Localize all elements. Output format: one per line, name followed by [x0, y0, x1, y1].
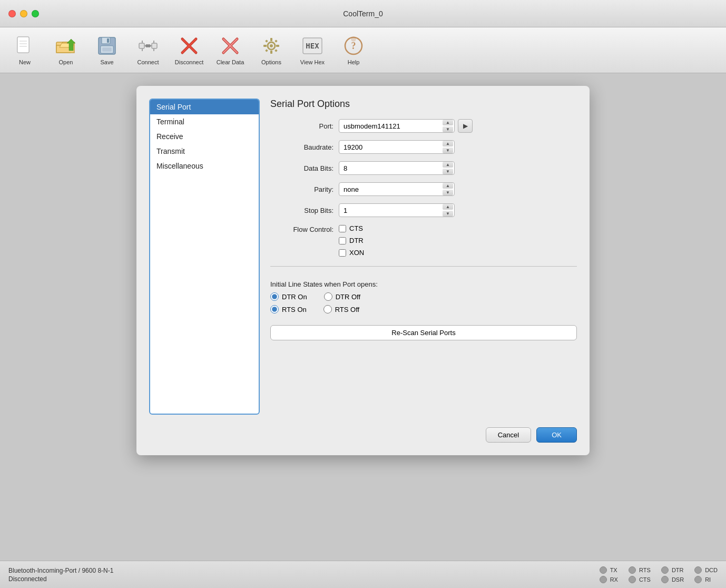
port-select[interactable]: usbmodem141121: [339, 119, 455, 133]
xon-label: XON: [349, 249, 364, 257]
clear-data-label: Clear Data: [217, 59, 244, 65]
rescan-button[interactable]: Re-Scan Serial Ports: [270, 325, 577, 340]
options-button[interactable]: Options: [252, 31, 291, 70]
settings-title: Serial Port Options: [270, 99, 577, 110]
xon-row[interactable]: XON: [339, 249, 364, 257]
baudrate-select[interactable]: 9600 19200 38400 57600 115200: [339, 140, 455, 154]
status-left: Bluetooth-Incoming-Port / 9600 8-N-1 Dis…: [8, 567, 113, 583]
dtr-radio-row: DTR On DTR Off: [270, 292, 577, 301]
port-label: Port:: [270, 122, 333, 130]
rx-indicator: RX: [600, 576, 618, 583]
dtr-on-radio-label[interactable]: DTR On: [270, 292, 307, 301]
cts-checkbox[interactable]: [339, 225, 346, 232]
maximize-button[interactable]: [32, 10, 39, 17]
options-label: Options: [261, 59, 281, 65]
help-button[interactable]: ? Help: [334, 31, 373, 70]
parity-row: Parity: noneoddevenmarkspace ▲ ▼: [270, 182, 577, 196]
rts-on-radio[interactable]: [270, 305, 279, 313]
sidebar-item-transmit[interactable]: Transmit: [150, 144, 259, 159]
disconnect-button[interactable]: Disconnect: [170, 31, 209, 70]
databits-select[interactable]: 5678: [339, 161, 455, 175]
open-label: Open: [59, 59, 73, 65]
dtr-checkbox[interactable]: [339, 237, 346, 244]
svg-rect-38: [265, 49, 268, 52]
save-button[interactable]: Save: [87, 31, 126, 70]
baudrate-label: Baudrate:: [270, 143, 333, 151]
tx-light: [600, 566, 607, 574]
connect-button[interactable]: Connect: [129, 31, 168, 70]
close-button[interactable]: [8, 10, 16, 17]
rts-on-label: RTS On: [282, 306, 307, 313]
dtr-row[interactable]: DTR: [339, 237, 364, 244]
options-dialog: Serial Port Terminal Receive Transmit Mi…: [136, 86, 590, 455]
rts-on-radio-label[interactable]: RTS On: [270, 305, 307, 313]
flow-checkboxes: CTS DTR XON: [339, 224, 364, 257]
disconnect-icon: [178, 35, 200, 57]
rx-light: [600, 576, 607, 583]
rx-label: RX: [610, 576, 618, 583]
dtr-on-radio[interactable]: [270, 292, 279, 301]
dtr-light: [661, 566, 669, 574]
dtr-off-radio-label[interactable]: DTR Off: [324, 292, 360, 301]
save-icon: [96, 35, 118, 57]
cts-row[interactable]: CTS: [339, 224, 364, 232]
cancel-button[interactable]: Cancel: [486, 427, 531, 443]
svg-rect-32: [270, 38, 272, 41]
svg-point-17: [148, 44, 151, 47]
dtr-off-radio[interactable]: [324, 292, 332, 301]
dsr-label: DSR: [672, 576, 684, 583]
sidebar-item-miscellaneous[interactable]: Miscellaneous: [150, 159, 259, 173]
minimize-button[interactable]: [20, 10, 27, 17]
tx-label: TX: [610, 567, 617, 573]
view-hex-button[interactable]: HEX View Hex: [293, 31, 332, 70]
stopbits-select[interactable]: 11.52: [339, 203, 455, 217]
parity-select[interactable]: noneoddevenmarkspace: [339, 182, 455, 196]
view-hex-icon: HEX: [301, 35, 323, 57]
sidebar-item-serial-port[interactable]: Serial Port: [150, 100, 259, 114]
rts-off-label: RTS Off: [335, 306, 359, 313]
port-select-wrapper: usbmodem141121 ▲ ▼: [339, 119, 455, 133]
window-controls[interactable]: [8, 10, 39, 17]
ok-button[interactable]: OK: [536, 427, 577, 443]
sidebar-item-receive[interactable]: Receive: [150, 129, 259, 144]
ri-light: [694, 576, 702, 583]
parity-label: Parity:: [270, 185, 333, 193]
sidebar-item-terminal[interactable]: Terminal: [150, 114, 259, 129]
main-content: Serial Port Terminal Receive Transmit Mi…: [0, 73, 726, 561]
clear-data-button[interactable]: Clear Data: [211, 31, 250, 70]
svg-text:HEX: HEX: [306, 42, 319, 50]
rts-off-radio-label[interactable]: RTS Off: [323, 305, 359, 313]
options-icon: [260, 35, 282, 57]
open-button[interactable]: Open: [46, 31, 85, 70]
ri-indicator: RI: [694, 576, 718, 583]
save-label: Save: [100, 59, 113, 65]
tx-indicator: TX: [600, 566, 618, 574]
connection-status-text: Disconnected: [8, 575, 113, 583]
svg-rect-15: [152, 43, 157, 48]
xon-checkbox[interactable]: [339, 249, 346, 257]
disconnect-label: Disconnect: [175, 59, 203, 65]
connect-label: Connect: [138, 59, 159, 65]
toolbar: New Open Save: [0, 27, 726, 73]
baudrate-select-wrapper: 9600 19200 38400 57600 115200 ▲ ▼: [339, 140, 455, 154]
dtr-on-label: DTR On: [282, 293, 307, 301]
rts-off-radio[interactable]: [323, 305, 332, 313]
title-bar: CoolTerm_0: [0, 0, 726, 27]
flow-control-section: Flow Control: CTS DTR XON: [270, 224, 577, 257]
ri-label: RI: [705, 576, 711, 583]
help-icon: ?: [342, 35, 365, 57]
svg-rect-36: [265, 40, 268, 43]
flow-label: Flow Control:: [270, 224, 333, 233]
options-sidebar: Serial Port Terminal Receive Transmit Mi…: [149, 99, 260, 415]
rts-indicator: RTS: [629, 566, 651, 574]
port-nav-button[interactable]: ▶: [458, 119, 473, 133]
line-states-title: Initial Line States when Port opens:: [270, 280, 577, 288]
dtr-dsr-group: DTR DSR: [661, 566, 684, 583]
stopbits-row: Stop Bits: 11.52 ▲ ▼: [270, 203, 577, 217]
dialog-footer: Cancel OK: [149, 427, 577, 443]
dcd-light: [694, 566, 702, 574]
new-button[interactable]: New: [5, 31, 44, 70]
baudrate-row: Baudrate: 9600 19200 38400 57600 115200 …: [270, 140, 577, 154]
svg-rect-10: [102, 47, 112, 52]
divider: [270, 266, 577, 267]
